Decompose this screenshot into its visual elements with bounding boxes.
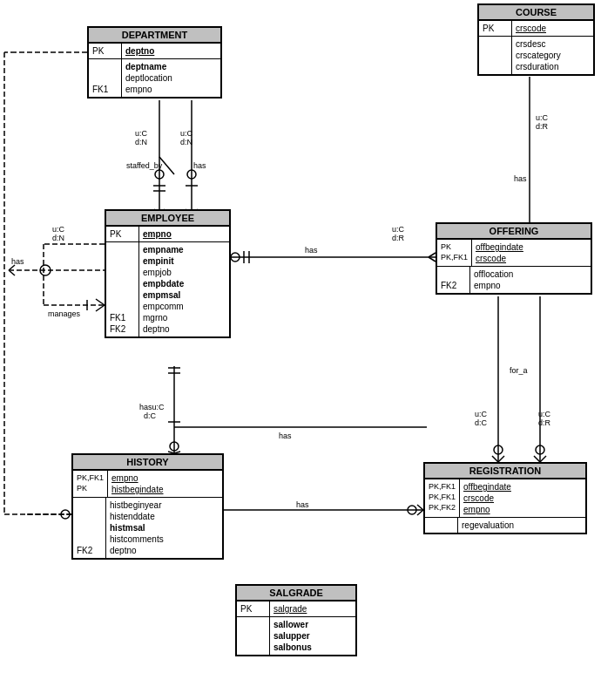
svg-point-33 (536, 445, 544, 454)
employee-header: EMPLOYEE (106, 211, 229, 227)
salgrade-header: SALGRADE (237, 586, 355, 601)
card-uc-course-has: u:C (536, 113, 548, 122)
label-has-emp-off: has (305, 246, 318, 255)
card-dn-dept-staffed: d:N (135, 138, 147, 146)
card-hasu: hasu:C (139, 403, 165, 411)
label-has-hist-reg: has (296, 500, 309, 509)
registration-header: REGISTRATION (425, 464, 585, 479)
svg-line-46 (96, 299, 105, 305)
diagram: staffed_by has manages has has has for_a… (0, 0, 601, 700)
svg-point-23 (231, 253, 240, 262)
svg-point-34 (155, 170, 164, 179)
entity-employee: EMPLOYEE PK empno FK1 FK2 empname (105, 209, 231, 338)
entity-department: DEPARTMENT PK deptno FK1 deptname deptlo… (87, 26, 222, 99)
card-uc-off-reg1: u:C (475, 410, 487, 418)
dept-pk-label: PK (92, 45, 118, 57)
svg-point-37 (187, 170, 196, 179)
card-uc-emp-left: u:C (52, 225, 64, 234)
svg-line-21 (429, 253, 436, 257)
svg-line-32 (540, 456, 546, 462)
department-header: DEPARTMENT (89, 28, 220, 44)
card-dn-dept-has: d:N (180, 138, 192, 146)
svg-line-57 (417, 505, 423, 510)
card-dr-course-has: d:R (536, 122, 548, 131)
svg-line-58 (417, 510, 423, 515)
course-header: COURSE (479, 5, 593, 21)
svg-line-29 (498, 456, 504, 462)
history-header: HISTORY (73, 455, 222, 471)
label-has-course-off: has (514, 174, 527, 183)
label-for-a: for_a (510, 366, 528, 375)
card-uc-dept-has: u:C (180, 129, 192, 138)
entity-registration: REGISTRATION PK,FK1 PK,FK1 PK,FK2 offbeg… (423, 462, 587, 534)
svg-line-47 (96, 305, 105, 311)
label-manages: manages (48, 309, 80, 318)
dept-pk-attr: deptno (125, 45, 154, 57)
card-uc-dept-staffed: u:C (135, 129, 147, 138)
svg-line-50 (9, 270, 15, 275)
svg-point-45 (40, 265, 51, 275)
card-dn-emp-left: d:N (52, 234, 64, 242)
entity-history: HISTORY PK,FK1 PK empno histbegindate FK… (71, 453, 224, 560)
label-has-dept-emp: has (193, 161, 206, 170)
svg-point-55 (170, 442, 179, 451)
svg-line-31 (534, 456, 540, 462)
card-dr-off-reg2: d:R (538, 418, 550, 427)
card-dr-emp-off: d:R (392, 234, 404, 242)
entity-offering: OFFERING PK PK,FK1 offbegindate crscode … (436, 222, 592, 295)
card-uc-off-reg2: u:C (538, 410, 550, 418)
label-has-emp-hist: has (279, 432, 292, 440)
svg-point-30 (494, 445, 503, 454)
label-has-left: has (11, 257, 24, 266)
svg-point-59 (408, 506, 416, 514)
card-dc-hist: d:C (144, 411, 156, 420)
offering-header: OFFERING (437, 224, 591, 240)
card-uc-emp-off: u:C (392, 225, 404, 234)
svg-line-22 (429, 257, 436, 262)
svg-point-44 (61, 510, 70, 519)
svg-line-28 (492, 456, 498, 462)
entity-course: COURSE PK crscode crsdesc crscategory cr… (477, 3, 595, 76)
card-dc-off-reg1: d:C (475, 418, 487, 427)
label-staffed-by: staffed_by (126, 161, 162, 170)
entity-salgrade: SALGRADE PK salgrade sallower salupper s… (235, 584, 357, 656)
